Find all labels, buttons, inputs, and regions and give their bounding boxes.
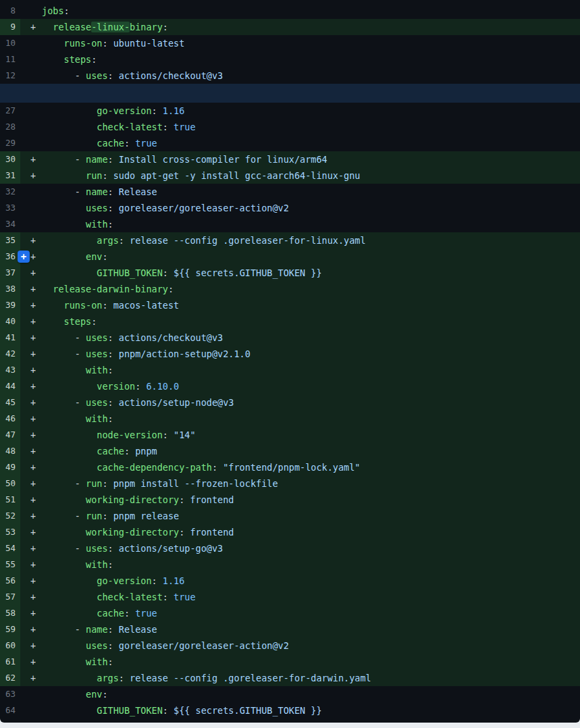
code-line: cache: true [42,605,580,621]
line-number[interactable]: 61 [0,654,20,670]
code-token: cache [97,446,124,457]
line-number[interactable]: 48 [0,443,20,459]
add-comment-button[interactable]: + [18,251,30,263]
line-number[interactable]: 46 [0,411,20,427]
line-number[interactable]: 45 [0,394,20,411]
diff-marker: + [20,492,42,508]
line-number[interactable]: 52 [0,508,20,524]
line-number[interactable]: 38 [0,281,20,297]
diff-row: 10 runs-on: ubuntu-latest [0,35,580,51]
code-line: runs-on: ubuntu-latest [42,35,580,51]
line-number[interactable]: 63 [0,686,20,702]
line-number[interactable]: 39 [0,297,20,313]
code-line: jobs: [42,3,580,19]
code-token: : [179,494,190,505]
diff-row: 8jobs: [0,3,580,19]
line-number[interactable]: 32 [0,184,20,200]
code-token: sudo apt-get -y install gcc-aarch64-linu… [113,170,361,181]
line-number[interactable]: 33 [0,200,20,216]
code-token [42,462,97,473]
hunk-expand-row[interactable] [0,84,580,103]
code-token: Release [119,186,157,197]
line-number[interactable]: 47 [0,427,20,443]
diff-row: 55+ with: [0,556,580,573]
line-number[interactable]: 51 [0,492,20,508]
line-number[interactable]: 49 [0,459,20,475]
line-number[interactable]: 41 [0,330,20,346]
line-number[interactable]: 43 [0,362,20,378]
diff-row: 41+ - uses: actions/checkout@v3 [0,330,580,346]
code-token: "14" [174,430,196,440]
line-number[interactable]: 53 [0,524,20,540]
code-token: - [42,624,86,635]
diff-row: 28 check-latest: true [0,119,580,135]
code-token [42,267,97,278]
line-number[interactable]: 34 [0,216,20,232]
code-token: : [212,462,223,473]
code-token: : [163,705,174,716]
code-token [42,316,64,327]
code-token [42,575,97,586]
code-token: GITHUB_TOKEN [97,267,163,278]
code-token [42,689,86,700]
code-token: name [86,624,108,635]
diff-marker [20,686,42,702]
line-number[interactable]: 44 [0,378,20,394]
code-token [42,705,97,716]
diff-code-area: 8jobs:9+ release-linux-binary:10 runs-on… [0,0,580,723]
code-line: with: [42,362,580,378]
line-number[interactable]: 11 [0,51,20,68]
line-number[interactable]: 59 [0,621,20,638]
line-number[interactable]: 31 [0,167,20,184]
code-line: steps: [42,51,580,68]
line-number[interactable]: 12 [0,68,20,84]
code-token [42,22,53,32]
code-token: args [97,673,119,683]
code-token: true [174,592,196,602]
code-token: uses [86,70,108,81]
line-number[interactable]: 35 [0,232,20,249]
code-token [42,673,97,683]
diff-marker: + [20,313,42,330]
line-number[interactable]: 58 [0,605,20,621]
line-number[interactable]: 9 [0,19,20,35]
line-number[interactable]: 27 [0,103,20,119]
diff-marker [20,184,42,200]
line-number[interactable]: 28 [0,119,20,135]
code-token: - [42,397,86,408]
diff-row: 12 - uses: actions/checkout@v3 [0,68,580,84]
code-token: - [42,511,86,521]
code-token: macos-latest [113,300,180,311]
diff-row: 53+ working-directory: frontend [0,524,580,540]
diff-row: 33 uses: goreleaser/goreleaser-action@v2 [0,200,580,216]
diff-row: 50+ - run: pnpm install --frozen-lockfil… [0,475,580,492]
code-token [42,527,86,538]
line-number[interactable]: 55 [0,556,20,573]
diff-row: 58+ cache: true [0,605,580,621]
line-number[interactable]: 62 [0,670,20,686]
line-number[interactable]: 10 [0,35,20,51]
line-number[interactable]: 29 [0,135,20,151]
line-number[interactable]: 50 [0,475,20,492]
code-token [42,251,86,262]
code-token: : [102,689,107,700]
line-number[interactable]: 37 [0,265,20,281]
code-token: : [102,300,113,311]
line-number[interactable]: 60 [0,638,20,654]
code-token: - [42,543,86,554]
line-number[interactable]: 56 [0,573,20,589]
code-token: ${{ secrets.GITHUB_TOKEN }} [174,705,321,716]
code-line: - name: Release [42,184,580,200]
line-number[interactable]: 54 [0,540,20,556]
line-number[interactable]: 40 [0,313,20,330]
line-number[interactable]: 64 [0,702,20,719]
code-token [42,494,86,505]
code-token: : [135,381,146,392]
code-token [42,592,97,602]
diff-marker [20,216,42,232]
line-number[interactable]: 8 [0,3,20,19]
line-number[interactable]: 30 [0,151,20,167]
line-number[interactable]: 42 [0,346,20,362]
code-token: true [174,122,196,132]
line-number[interactable]: 57 [0,589,20,605]
